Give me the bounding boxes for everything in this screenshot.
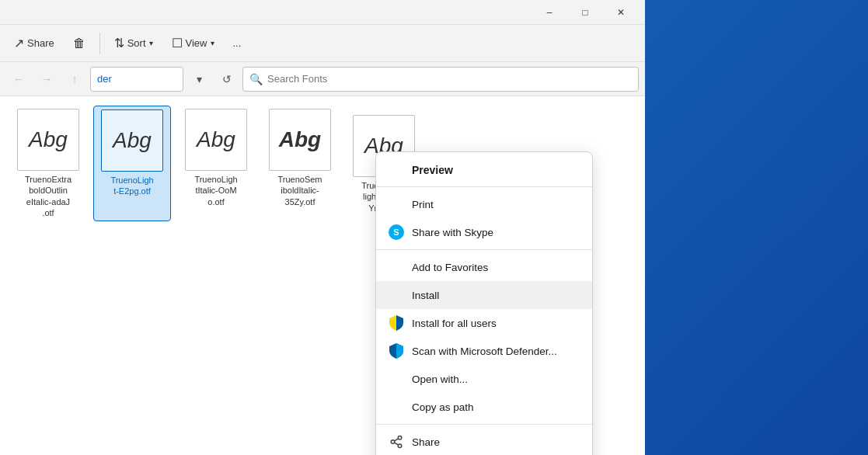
menu-item-label: Install for all users	[412, 318, 580, 329]
menu-separator-2	[376, 249, 592, 250]
font-name: TruenoLight-E2pg.otf	[110, 175, 153, 197]
menu-item-install-all[interactable]: Install for all users	[376, 309, 592, 337]
menu-separator-1	[376, 186, 592, 187]
toolbar-separator-1	[99, 33, 100, 54]
menu-item-label: Share	[412, 436, 580, 448]
menu-item-label: Scan with Microsoft Defender...	[412, 346, 580, 357]
menu-item-scan-defender[interactable]: Scan with Microsoft Defender...	[376, 337, 592, 365]
search-box[interactable]: 🔍	[242, 67, 639, 92]
menu-item-label: Install	[412, 290, 580, 301]
svg-point-1	[391, 440, 395, 444]
menu-item-install[interactable]: Install	[376, 281, 592, 309]
back-button[interactable]: ←	[6, 67, 31, 92]
share-button[interactable]: ↗ Share	[6, 31, 62, 55]
dropdown-button[interactable]: ▾	[186, 67, 211, 92]
share-icon: ↗	[14, 36, 24, 50]
menu-item-share[interactable]: Share	[376, 428, 592, 455]
font-preview-icon: Abg	[101, 109, 163, 172]
svg-line-4	[394, 439, 398, 441]
view-icon: ☐	[172, 36, 183, 50]
menu-item-print[interactable]: Print	[376, 190, 592, 218]
menu-item-open-with[interactable]: Open with...	[376, 365, 592, 393]
up-button[interactable]: ↑	[62, 67, 87, 92]
minimize-button[interactable]: –	[532, 0, 567, 25]
menu-separator-3	[376, 424, 592, 425]
share-label: Share	[27, 37, 54, 49]
favorites-icon	[389, 259, 404, 275]
font-item[interactable]: Abg TruenoSemiboldItalic-35Zy.otf	[261, 106, 339, 221]
open-with-icon	[389, 371, 404, 387]
delete-icon: 🗑	[73, 36, 85, 50]
title-bar: – □ ✕	[0, 0, 645, 25]
share-icon	[389, 434, 404, 450]
font-item[interactable]: Abg TruenoExtraboldOutlineItalic-adaJ.ot…	[9, 106, 87, 221]
menu-item-label: Add to Favorites	[412, 262, 580, 273]
menu-item-add-favorites[interactable]: Add to Favorites	[376, 253, 592, 281]
copy-path-icon	[389, 399, 404, 415]
view-chevron-icon: ▾	[211, 39, 214, 47]
maximize-button[interactable]: □	[567, 0, 603, 25]
sort-label: Sort	[127, 37, 146, 49]
refresh-button[interactable]: ↺	[214, 67, 239, 92]
title-bar-buttons: – □ ✕	[532, 0, 639, 25]
sort-chevron-icon: ▾	[149, 39, 153, 47]
shield-yellow-icon	[389, 315, 404, 331]
defender-icon	[389, 343, 404, 359]
install-icon	[389, 287, 404, 303]
menu-item-label: Preview	[412, 164, 580, 176]
svg-line-3	[394, 443, 398, 445]
menu-item-label: Open with...	[412, 373, 580, 385]
breadcrumb[interactable]: der	[90, 67, 183, 92]
menu-item-label: Share with Skype	[412, 227, 580, 238]
preview-icon	[389, 162, 404, 178]
menu-item-label: Print	[412, 199, 580, 210]
svg-point-2	[398, 444, 402, 448]
font-name: TruenoSemiboldItalic-35Zy.otf	[277, 174, 322, 207]
font-item-selected[interactable]: Abg TruenoLight-E2pg.otf	[93, 106, 171, 221]
search-icon: 🔍	[249, 73, 263, 85]
more-label: ...	[233, 37, 242, 49]
sort-icon: ⇅	[114, 36, 124, 50]
sort-button[interactable]: ⇅ Sort ▾	[106, 31, 161, 55]
print-icon	[389, 196, 404, 212]
menu-item-preview[interactable]: Preview	[376, 155, 592, 183]
font-preview-icon: Abg	[185, 109, 247, 171]
delete-button[interactable]: 🗑	[65, 32, 93, 55]
font-name: TruenoLightItalic-OoMo.otf	[194, 174, 237, 207]
more-button[interactable]: ...	[225, 33, 249, 54]
address-bar: ← → ↑ der ▾ ↺ 🔍	[0, 62, 645, 96]
menu-item-share-skype[interactable]: S Share with Skype	[376, 218, 592, 246]
font-item[interactable]: Abg TruenoLightItalic-OoMo.otf	[177, 106, 255, 221]
font-preview-icon: Abg	[269, 109, 331, 171]
skype-icon: S	[389, 224, 404, 240]
font-preview-icon: Abg	[17, 109, 79, 171]
svg-point-0	[398, 436, 402, 440]
context-menu: Preview Print S Share with Skype Add to …	[375, 151, 593, 455]
search-input[interactable]	[267, 73, 632, 85]
menu-item-label: Copy as path	[412, 401, 580, 413]
breadcrumb-text: der	[97, 73, 112, 85]
toolbar: ↗ Share 🗑 ⇅ Sort ▾ ☐ View ▾ ...	[0, 25, 645, 62]
view-button[interactable]: ☐ View ▾	[164, 31, 222, 55]
forward-button[interactable]: →	[34, 67, 59, 92]
menu-item-copy-path[interactable]: Copy as path	[376, 393, 592, 421]
font-name: TruenoExtraboldOutlineItalic-adaJ.otf	[25, 174, 71, 218]
view-label: View	[186, 37, 207, 49]
close-button[interactable]: ✕	[603, 0, 639, 25]
